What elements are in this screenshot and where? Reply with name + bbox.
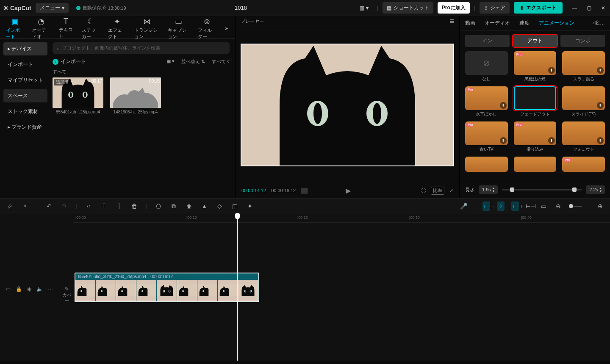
media-item-0[interactable]: 追加済 00:17 855401-uh…25fps.mp4 [53, 77, 103, 114]
zoom-out[interactable]: ⊖ [555, 203, 562, 210]
pro-button[interactable]: Proに加入 [438, 2, 470, 14]
preview-tool[interactable]: ▭ [540, 203, 548, 210]
media-tab-filter[interactable]: ⊚フィルター [196, 16, 217, 41]
anim-item-9[interactable]: Pro⬇滑り込み [514, 121, 557, 152]
trim-right-tool[interactable]: ⟧ [115, 203, 123, 210]
play-button[interactable]: ▶ [346, 187, 351, 195]
zoom-slider[interactable] [569, 206, 582, 207]
media-tab-more[interactable]: » [223, 25, 230, 31]
rotate-tool[interactable]: ◇ [216, 203, 223, 210]
mic-tool[interactable]: 🎤 [460, 203, 468, 210]
media-tab-sticker[interactable]: ☾ステッカー [80, 16, 101, 41]
insp-tab-animation[interactable]: アニメーション [539, 19, 574, 27]
player-meter-icon[interactable]: ▓▓ [301, 188, 308, 193]
insp-tab-more[interactable]: ›変… [593, 19, 605, 27]
added-badge: 追加済 [54, 79, 71, 85]
mirror-tool[interactable]: ▲ [200, 203, 208, 210]
player-menu[interactable]: ☰ [450, 19, 454, 24]
link-tool[interactable]: ⊏⊐ [511, 201, 519, 211]
anim-item-5[interactable]: フェードアウト [514, 86, 557, 117]
sidebar-item-stock[interactable]: ストック素材 [3, 105, 47, 118]
subtab-combo[interactable]: コンボ [560, 35, 605, 47]
timeline-ruler[interactable]: |00:00 |00:10 |00:20 |00:30 |00:40 [73, 214, 610, 223]
media-tab-text[interactable]: Tテキスト [57, 16, 75, 40]
crop-tool[interactable]: ◫ [231, 203, 238, 210]
insp-tab-video[interactable]: 動画 [465, 19, 475, 27]
close-button[interactable]: ✕ [600, 5, 607, 11]
anim-item-r4-2[interactable]: Pro [562, 157, 605, 172]
redo-button[interactable]: ↷ [61, 203, 68, 210]
media-tab-transition[interactable]: ⋈トランジション [133, 16, 161, 41]
player-expand-button[interactable]: ⤢ [449, 188, 453, 193]
clip-name: 855401-uhd_3840_2160_25fps.mp4 [78, 274, 146, 279]
anim-item-4[interactable]: Pro⬇水平ぼかし [465, 86, 508, 117]
anim-label: なし [465, 76, 508, 82]
zoom-fit[interactable]: ⊕ [596, 203, 604, 210]
export-button[interactable]: ⬆ エクスポート [514, 2, 563, 14]
cover-edit-icon[interactable]: ✎ [61, 286, 73, 292]
ratio-button[interactable]: 比率 [431, 187, 444, 195]
sort-button[interactable]: 並べ替え ⇅ [181, 58, 205, 65]
plus-icon: + [53, 59, 58, 65]
marker-tool[interactable]: ⬠ [155, 203, 162, 210]
import-button[interactable]: + インポート [53, 58, 86, 65]
sidebar-item-import[interactable]: インポート [3, 58, 47, 71]
media-tab-effect[interactable]: ✦エフェクト [106, 16, 128, 41]
length-slider[interactable] [502, 189, 582, 190]
anim-item-0[interactable]: ⊘なし [465, 51, 508, 82]
fullscreen-button[interactable]: ⛶ [421, 188, 426, 193]
anim-item-8[interactable]: Pro⬇古いTV [465, 121, 508, 152]
track-lock-icon[interactable]: 🔒 [16, 286, 22, 292]
media-item-1[interactable]: 00:16 1481903-h…25fps.mp4 [110, 77, 161, 114]
trim-left-tool[interactable]: ⟦ [100, 203, 108, 210]
align-tool[interactable]: ⊢⊣ [526, 203, 533, 210]
track-mute-icon[interactable]: 🔈 [36, 286, 43, 292]
media-tab-audio[interactable]: ◔オーディオ [30, 16, 52, 41]
sidebar-item-space[interactable]: スペース [3, 89, 47, 102]
sidebar-item-device[interactable]: ▸ デバイス [3, 42, 47, 55]
search-input[interactable]: ⌕ プロジェクト、画像内の被写体、ラインを検索 [53, 42, 230, 54]
media-tab-import[interactable]: ▣インポート [4, 16, 25, 41]
anim-item-2[interactable]: ⬇スラ…振る [562, 51, 605, 82]
delete-button[interactable]: 🗑 [130, 203, 138, 210]
playhead[interactable] [237, 214, 238, 361]
all-button[interactable]: すべて ▿ [212, 58, 230, 65]
pro-tool[interactable]: ✦ [246, 203, 254, 210]
subtab-out[interactable]: アウト [513, 35, 557, 47]
undo-button[interactable]: ↶ [45, 203, 53, 210]
dropdown-icon[interactable]: ▾ [21, 204, 29, 208]
view-toggle[interactable]: ▦ ▾ [166, 58, 175, 65]
clip-duration: 00:00:16:12 [150, 274, 173, 279]
sidebar-item-brand[interactable]: ▸ ブランド資産 [3, 121, 47, 134]
anim-item-r4-0[interactable] [465, 157, 508, 172]
anim-item-1[interactable]: Pro⬇黒魔法の煙 [514, 51, 557, 82]
share-button[interactable]: ⇪ シェア [480, 2, 510, 14]
magnet-tool[interactable]: ⊏⊐ [482, 201, 490, 211]
track-settings-icon[interactable]: ▭ [6, 286, 11, 292]
copy-tool[interactable]: ⧉ [170, 203, 177, 210]
anim-item-10[interactable]: ⬇フォ…ウト [562, 121, 605, 152]
cursor-tool[interactable]: ⬀ [6, 203, 14, 210]
shortcut-button[interactable]: ▤ ショートカット [383, 2, 433, 14]
track-more-icon[interactable]: ⋯ [48, 286, 53, 292]
snap-tool[interactable]: ✧ [497, 201, 505, 211]
anim-item-r4-1[interactable] [514, 157, 557, 172]
length-max-input[interactable]: 2.2s▴▾ [586, 185, 605, 194]
record-tool[interactable]: ◉ [185, 203, 193, 210]
insp-tab-audio[interactable]: オーディオ [485, 19, 510, 27]
anim-item-6[interactable]: ⬇スライド(下) [562, 86, 605, 117]
subtab-in[interactable]: イン [465, 35, 510, 47]
menu-button[interactable]: メニュー ▾ [36, 3, 69, 13]
maximize-button[interactable]: ▢ [585, 5, 592, 11]
media-tab-caption[interactable]: ▭キャプション [166, 16, 191, 41]
insp-tab-speed[interactable]: 速度 [519, 19, 530, 27]
track-eye-icon[interactable]: ◉ [27, 286, 31, 292]
split-tool[interactable]: ⎌ [85, 203, 92, 210]
anim-label: スライド(下) [562, 111, 605, 117]
timeline-clip[interactable]: 855401-uhd_3840_2160_25fps.mp4 00:00:16:… [75, 273, 259, 302]
sidebar-item-preset[interactable]: マイプリセット [3, 74, 47, 87]
player-viewport[interactable] [241, 44, 454, 166]
minimize-button[interactable]: ― [571, 5, 578, 11]
layout-button[interactable]: ▥ ▾ [355, 3, 372, 13]
length-input[interactable]: 1.9s▴▾ [479, 185, 498, 194]
